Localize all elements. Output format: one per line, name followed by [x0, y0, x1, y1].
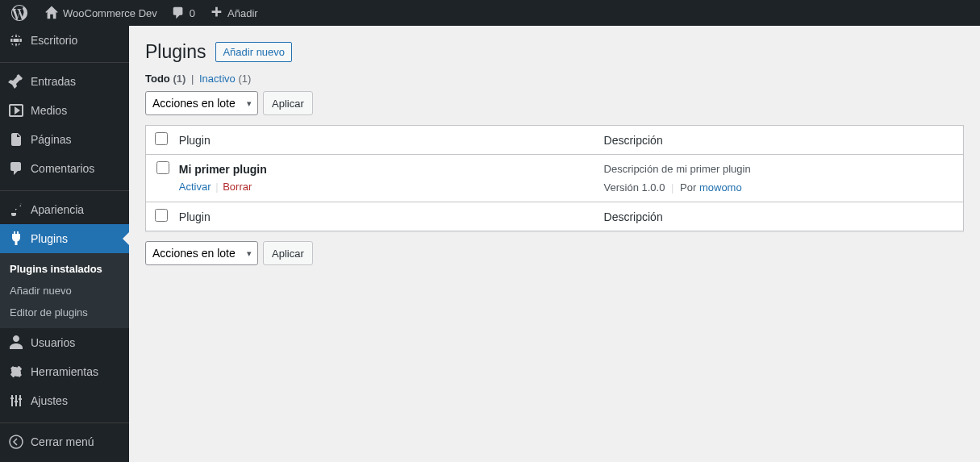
plugin-description-cell: Descripción de mi primer plugin Versión …	[596, 155, 963, 202]
plugin-version: Versión 1.0.0	[604, 181, 665, 194]
action-separator: |	[215, 181, 218, 193]
menu-media[interactable]: Medios	[0, 96, 129, 125]
main-content: Plugins Añadir nuevo Todo (1) | Inactivo…	[129, 26, 980, 286]
menu-posts[interactable]: Entradas	[0, 67, 129, 96]
apply-button[interactable]: Aplicar	[263, 241, 313, 265]
meta-separator: |	[671, 181, 673, 194]
select-all-checkbox[interactable]	[155, 132, 168, 145]
plugin-description: Descripción de mi primer plugin	[604, 163, 955, 175]
filter-inactive[interactable]: Inactivo (1)	[199, 73, 251, 85]
page-icon	[8, 131, 24, 148]
plus-icon	[208, 5, 224, 21]
plugin-meta: Versión 1.0.0 | Por mowomo	[604, 181, 955, 194]
menu-label: Medios	[31, 104, 67, 117]
dashboard-icon	[8, 32, 24, 48]
table-row: Mi primer plugin Activar | Borrar Descri…	[146, 155, 963, 202]
menu-separator	[0, 187, 129, 191]
comments-count: 0	[190, 7, 195, 19]
add-new-link[interactable]: Añadir	[202, 0, 265, 26]
pin-icon	[8, 73, 24, 89]
select-all-checkbox[interactable]	[155, 209, 168, 222]
site-name: WooCommerce Dev	[63, 7, 157, 19]
select-all-footer	[146, 202, 171, 231]
menu-plugins[interactable]: Plugins	[0, 224, 129, 253]
page-title: Plugins	[145, 41, 206, 63]
row-checkbox[interactable]	[156, 161, 169, 174]
filter-separator: |	[191, 73, 194, 85]
menu-label: Plugins	[31, 232, 68, 245]
home-icon	[44, 5, 60, 21]
media-icon	[8, 102, 24, 119]
plugin-name: Mi primer plugin	[179, 163, 267, 176]
select-all-header	[146, 126, 171, 155]
menu-label: Comentarios	[31, 162, 94, 175]
column-description-header[interactable]: Descripción	[596, 126, 963, 155]
row-select-cell	[146, 155, 171, 202]
add-new-label: Añadir	[227, 7, 258, 19]
add-new-button[interactable]: Añadir nuevo	[215, 42, 292, 62]
filter-all[interactable]: Todo (1)	[145, 73, 186, 85]
menu-separator	[0, 59, 129, 63]
activate-link[interactable]: Activar	[179, 181, 211, 193]
bulk-action-select[interactable]: Acciones en lote	[145, 241, 258, 265]
comment-icon	[8, 160, 24, 177]
comments-link[interactable]: 0	[164, 0, 202, 26]
submenu-add-new-plugin[interactable]: Añadir nuevo	[0, 280, 129, 286]
comment-icon	[170, 5, 186, 21]
menu-label: Escritorio	[31, 34, 77, 47]
plugin-icon	[8, 231, 24, 247]
wordpress-icon	[11, 5, 27, 21]
submenu-plugins: Plugins instalados Añadir nuevo Editor d…	[0, 253, 129, 286]
tablenav-top: Acciones en lote Aplicar	[145, 91, 964, 115]
menu-appearance[interactable]: Apariencia	[0, 195, 129, 224]
menu-comments[interactable]: Comentarios	[0, 154, 129, 183]
menu-dashboard[interactable]: Escritorio	[0, 26, 129, 55]
plugin-name-cell: Mi primer plugin Activar | Borrar	[171, 155, 596, 202]
column-plugin-header[interactable]: Plugin	[171, 126, 596, 155]
menu-label: Páginas	[31, 133, 72, 146]
brush-icon	[8, 202, 24, 218]
admin-toolbar: WooCommerce Dev 0 Añadir	[0, 0, 980, 26]
menu-label: Entradas	[31, 75, 76, 88]
plugin-by: Por	[680, 181, 696, 194]
submenu-installed-plugins[interactable]: Plugins instalados	[0, 258, 129, 280]
bulk-action-select[interactable]: Acciones en lote	[145, 91, 258, 115]
menu-pages[interactable]: Páginas	[0, 125, 129, 154]
tablenav-bottom: Acciones en lote Aplicar	[145, 241, 964, 265]
status-filters: Todo (1) | Inactivo (1)	[145, 73, 964, 85]
site-name-link[interactable]: WooCommerce Dev	[37, 0, 164, 26]
delete-link[interactable]: Borrar	[223, 181, 252, 193]
plugin-author-link[interactable]: mowomo	[699, 181, 742, 194]
column-plugin-footer[interactable]: Plugin	[171, 202, 596, 231]
apply-button[interactable]: Aplicar	[263, 91, 313, 115]
page-header: Plugins Añadir nuevo	[145, 34, 964, 66]
admin-sidebar: Escritorio Entradas Medios Páginas Comen…	[0, 26, 129, 286]
column-description-footer[interactable]: Descripción	[596, 202, 963, 231]
wp-logo[interactable]	[5, 0, 37, 26]
row-actions: Activar | Borrar	[179, 181, 588, 193]
menu-label: Apariencia	[31, 203, 84, 216]
plugins-table: Plugin Descripción Mi primer plugin Acti…	[145, 125, 964, 231]
